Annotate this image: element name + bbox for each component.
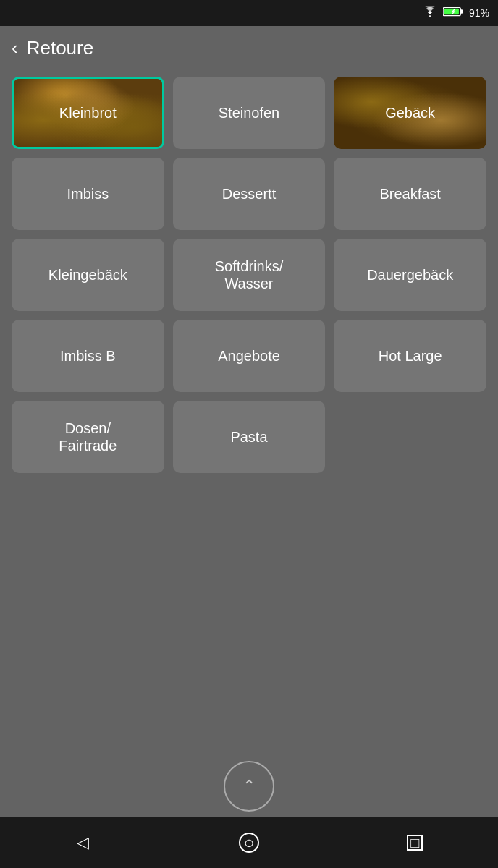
svg-rect-2 <box>444 9 459 14</box>
chevron-up-icon: ⌃ <box>242 777 256 796</box>
category-label-imbissb: Imbiss B <box>57 344 119 367</box>
category-button-dessertt[interactable]: Dessertt <box>173 158 326 230</box>
category-button-pasta[interactable]: Pasta <box>173 401 326 473</box>
battery-percent: 91% <box>469 7 489 19</box>
svg-rect-1 <box>460 9 463 14</box>
category-button-angebote[interactable]: Angebote <box>173 320 326 392</box>
category-label-steinofen: Steinofen <box>216 101 283 124</box>
category-label-kleingebaeck: Kleingebäck <box>46 263 130 286</box>
category-label-breakfast: Breakfast <box>376 182 443 205</box>
category-label-kleinbrot: Kleinbrot <box>56 101 119 124</box>
battery-icon <box>443 6 463 20</box>
category-label-angebote: Angebote <box>215 344 283 367</box>
nav-recent-icon: □ <box>407 835 423 851</box>
category-button-imbiss[interactable]: Imbiss <box>12 158 164 230</box>
category-label-softdrinks: Softdrinks/ Wasser <box>212 255 286 295</box>
category-button-gebaeck[interactable]: Gebäck <box>334 77 486 149</box>
status-bar: 91% <box>0 0 498 26</box>
category-label-dauergebaeck: Dauergebäck <box>364 263 456 286</box>
scroll-up-button[interactable]: ⌃ <box>224 761 274 812</box>
category-button-softdrinks[interactable]: Softdrinks/ Wasser <box>173 239 326 311</box>
nav-recent-button[interactable]: □ <box>393 828 436 857</box>
top-bar: ‹ Retoure <box>0 26 498 69</box>
main-content: KleinbrotSteinofenGebäckImbissDesserttBr… <box>0 69 498 754</box>
back-button[interactable]: ‹ <box>12 38 18 57</box>
category-button-imbissb[interactable]: Imbiss B <box>12 320 164 392</box>
scroll-button-area: ⌃ <box>0 754 498 817</box>
category-button-kleinbrot[interactable]: Kleinbrot <box>12 77 164 149</box>
category-label-gebaeck: Gebäck <box>382 101 438 124</box>
category-button-kleingebaeck[interactable]: Kleingebäck <box>12 239 164 311</box>
category-label-hotlarge: Hot Large <box>376 344 445 367</box>
wifi-icon <box>423 6 437 20</box>
category-button-hotlarge[interactable]: Hot Large <box>334 320 486 392</box>
category-label-dosen: Dosen/ Fairtrade <box>56 417 119 457</box>
nav-back-icon: ◁ <box>77 833 89 852</box>
category-button-dauergebaeck[interactable]: Dauergebäck <box>334 239 486 311</box>
category-button-breakfast[interactable]: Breakfast <box>334 158 486 230</box>
category-button-steinofen[interactable]: Steinofen <box>173 77 326 149</box>
nav-back-button[interactable]: ◁ <box>62 828 105 857</box>
page-title: Retoure <box>27 37 94 59</box>
category-label-dessertt: Dessertt <box>219 182 279 205</box>
category-label-imbiss: Imbiss <box>64 182 111 205</box>
category-button-dosen[interactable]: Dosen/ Fairtrade <box>12 401 164 473</box>
nav-home-icon: ○ <box>239 833 259 853</box>
nav-home-button[interactable]: ○ <box>227 828 271 857</box>
nav-bar: ◁ ○ □ <box>0 817 498 868</box>
category-grid: KleinbrotSteinofenGebäckImbissDesserttBr… <box>12 77 486 473</box>
category-label-pasta: Pasta <box>227 425 270 448</box>
